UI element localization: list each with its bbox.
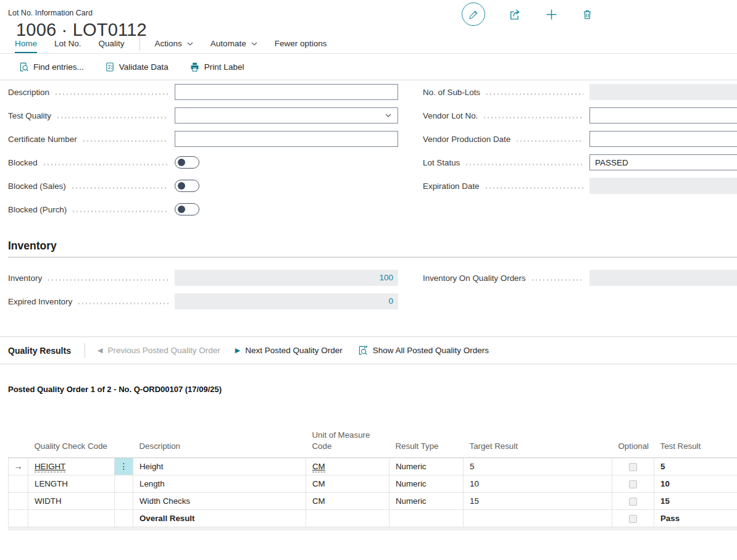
cell-target-result[interactable]: 5 [464,458,612,475]
print-label-button[interactable]: Print Label [189,62,244,72]
field-blocked-purch: Blocked (Purch) [8,198,398,221]
col-unit-of-measure-code[interactable]: Unit of Measure Code [306,430,389,458]
cell-optional[interactable] [612,475,654,492]
col-target-result[interactable]: Target Result [464,430,612,458]
expired-inventory-label: Expired Inventory [8,297,72,306]
dotted-leader [485,187,583,189]
vendor-lot-no-input[interactable] [589,107,737,123]
add-plus-icon[interactable] [545,8,558,21]
cell-code[interactable]: LENGTH [28,475,115,492]
test-quality-select[interactable] [175,107,398,123]
cell-test-result[interactable]: 15 [654,492,737,509]
cell-description[interactable]: Height [133,458,306,475]
expiration-date-label: Expiration Date [423,182,480,191]
validate-data-button[interactable]: Validate Data [105,62,169,72]
menu-actions-label: Actions [155,39,182,48]
cell-code[interactable]: WIDTH [28,492,115,509]
optional-checkbox[interactable] [629,463,637,471]
show-all-posted-quality-orders-button[interactable]: Show All Posted Quality Orders [357,345,489,356]
show-all-label: Show All Posted Quality Orders [373,346,489,355]
cell-code[interactable]: HEIGHT [28,458,115,475]
dotted-leader [531,279,583,281]
uom-link[interactable]: CM [312,462,325,472]
optional-checkbox[interactable] [629,498,637,506]
edit-pencil-icon[interactable] [462,2,485,26]
cell-overall-test-result: Pass [654,509,737,527]
cell-result-type[interactable]: Numeric [389,458,464,475]
lot-status-input[interactable] [589,154,737,170]
dotted-leader [43,164,169,165]
optional-checkbox[interactable] [629,480,637,488]
inventory-on-quality-orders-field [589,270,737,286]
table-footer-strip [8,527,737,530]
col-test-result[interactable]: Test Result [654,430,737,458]
inventory-on-quality-orders-label: Inventory On Quality Orders [423,274,526,283]
cell-uom[interactable]: CM [306,475,389,492]
tab-home[interactable]: Home [15,39,37,53]
cell-uom[interactable]: CM [306,458,389,475]
validate-data-label: Validate Data [119,62,169,72]
cell-description[interactable]: Width Checks [133,492,306,509]
next-posted-quality-order-button[interactable]: ▶ Next Posted Quality Order [235,346,343,355]
show-all-icon [357,345,368,356]
cell-result-type[interactable]: Numeric [389,492,464,509]
tab-lot-no[interactable]: Lot No. [54,39,81,53]
find-entries-label: Find entries... [33,62,84,72]
optional-checkbox [629,515,637,523]
cell-test-result[interactable]: 10 [654,475,737,492]
inventory-value-link[interactable]: 100 [175,270,398,286]
field-blocked: Blocked [8,151,398,174]
toggle-knob [178,159,185,166]
dotted-leader [54,93,169,95]
blocked-toggle[interactable] [175,156,199,169]
expired-inventory-value-link[interactable]: 0 [175,293,398,309]
description-input[interactable] [175,84,398,100]
table-row: LENGTH Length CM Numeric 10 10 [9,475,737,492]
dotted-leader [485,93,583,95]
row-menu-cell[interactable] [115,475,133,492]
menu-automate[interactable]: Automate [210,39,257,53]
blocked-purch-toggle[interactable] [175,203,199,215]
cell-optional[interactable] [612,492,654,509]
quality-results-bar: Quality Results ◀ Previous Posted Qualit… [0,336,737,364]
quality-results-heading: Quality Results [8,346,71,356]
cell-result-type[interactable]: Numeric [389,475,464,492]
table-row: WIDTH Width Checks CM Numeric 15 15 [9,492,737,509]
cell-optional[interactable] [612,458,654,475]
col-result-type[interactable]: Result Type [389,430,464,458]
cell-target-result[interactable]: 15 [464,492,612,509]
blocked-sales-toggle[interactable] [175,180,199,192]
code-link[interactable]: HEIGHT [35,462,65,472]
col-quality-check-code[interactable]: Quality Check Code [28,430,115,458]
cell-description[interactable]: Length [133,475,306,492]
row-marker [9,509,28,527]
selected-row-arrow-icon: → [9,458,28,475]
cell-overall-result-label: Overall Result [133,509,306,527]
delete-trash-icon[interactable] [581,9,593,20]
dotted-leader [71,187,169,189]
cell-uom[interactable]: CM [306,492,389,509]
vendor-production-date-input[interactable] [589,131,737,147]
row-marker [9,475,28,492]
tab-quality[interactable]: Quality [99,39,125,53]
previous-posted-quality-order-button[interactable]: ◀ Previous Posted Quality Order [98,346,220,355]
general-left-column: Description Test Quality Certificate Num… [8,80,398,221]
share-icon[interactable] [509,8,522,21]
certificate-number-input[interactable] [175,131,398,147]
cell-target-result[interactable]: 10 [464,475,612,492]
cell-test-result[interactable]: 5 [654,458,737,475]
row-marker [9,492,28,509]
toggle-knob [178,182,185,190]
inventory-left-column: Inventory 100 Expired Inventory 0 [8,266,398,313]
find-entries-button[interactable]: Find entries... [19,62,84,72]
menu-actions[interactable]: Actions [155,39,193,53]
dotted-leader [82,140,169,142]
col-description[interactable]: Description [133,430,306,458]
next-label: Next Posted Quality Order [245,346,343,355]
col-optional[interactable]: Optional [612,430,654,458]
quality-checks-table: Quality Check Code Description Unit of M… [8,430,737,527]
fewer-options-button[interactable]: Fewer options [275,39,327,53]
row-menu-cell[interactable] [115,492,133,509]
row-ellipsis-menu-icon[interactable]: ⋮ [115,458,133,475]
chevron-down-icon [251,42,257,46]
